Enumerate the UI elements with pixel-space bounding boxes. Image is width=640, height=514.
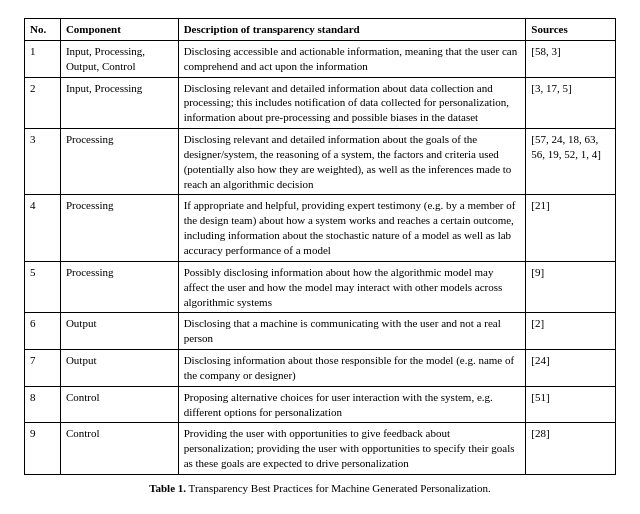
cell-component: Processing — [60, 195, 178, 261]
cell-no: 2 — [25, 77, 61, 129]
cell-component: Processing — [60, 261, 178, 313]
table-row: 3ProcessingDisclosing relevant and detai… — [25, 129, 616, 195]
cell-description: Disclosing accessible and actionable inf… — [178, 40, 526, 77]
cell-sources: [28] — [526, 423, 616, 475]
cell-no: 4 — [25, 195, 61, 261]
table-caption: Table 1. Transparency Best Practices for… — [24, 482, 616, 494]
transparency-table: No. Component Description of transparenc… — [24, 18, 616, 475]
table-row: 5ProcessingPossibly disclosing informati… — [25, 261, 616, 313]
cell-no: 1 — [25, 40, 61, 77]
cell-no: 7 — [25, 350, 61, 387]
table-row: 1Input, Processing, Output, ControlDiscl… — [25, 40, 616, 77]
caption-label: Table 1. — [149, 482, 186, 494]
cell-sources: [58, 3] — [526, 40, 616, 77]
cell-no: 5 — [25, 261, 61, 313]
cell-component: Control — [60, 423, 178, 475]
cell-sources: [21] — [526, 195, 616, 261]
cell-component: Input, Processing — [60, 77, 178, 129]
table-container: No. Component Description of transparenc… — [24, 18, 616, 494]
table-row: 7OutputDisclosing information about thos… — [25, 350, 616, 387]
header-description: Description of transparency standard — [178, 19, 526, 41]
cell-component: Input, Processing, Output, Control — [60, 40, 178, 77]
table-row: 6OutputDisclosing that a machine is comm… — [25, 313, 616, 350]
cell-description: Proposing alternative choices for user i… — [178, 386, 526, 423]
table-row: 2Input, ProcessingDisclosing relevant an… — [25, 77, 616, 129]
cell-description: Disclosing information about those respo… — [178, 350, 526, 387]
header-component: Component — [60, 19, 178, 41]
cell-description: Providing the user with opportunities to… — [178, 423, 526, 475]
cell-sources: [9] — [526, 261, 616, 313]
cell-description: Disclosing relevant and detailed informa… — [178, 129, 526, 195]
cell-component: Control — [60, 386, 178, 423]
cell-sources: [24] — [526, 350, 616, 387]
cell-sources: [3, 17, 5] — [526, 77, 616, 129]
cell-description: If appropriate and helpful, providing ex… — [178, 195, 526, 261]
cell-component: Processing — [60, 129, 178, 195]
cell-component: Output — [60, 350, 178, 387]
caption-text: Transparency Best Practices for Machine … — [189, 482, 491, 494]
header-sources: Sources — [526, 19, 616, 41]
cell-component: Output — [60, 313, 178, 350]
header-no: No. — [25, 19, 61, 41]
cell-description: Disclosing that a machine is communicati… — [178, 313, 526, 350]
cell-sources: [2] — [526, 313, 616, 350]
cell-no: 6 — [25, 313, 61, 350]
cell-sources: [57, 24, 18, 63, 56, 19, 52, 1, 4] — [526, 129, 616, 195]
table-row: 9ControlProviding the user with opportun… — [25, 423, 616, 475]
table-row: 8ControlProposing alternative choices fo… — [25, 386, 616, 423]
cell-description: Disclosing relevant and detailed informa… — [178, 77, 526, 129]
table-row: 4ProcessingIf appropriate and helpful, p… — [25, 195, 616, 261]
cell-sources: [51] — [526, 386, 616, 423]
cell-description: Possibly disclosing information about ho… — [178, 261, 526, 313]
cell-no: 3 — [25, 129, 61, 195]
cell-no: 8 — [25, 386, 61, 423]
cell-no: 9 — [25, 423, 61, 475]
